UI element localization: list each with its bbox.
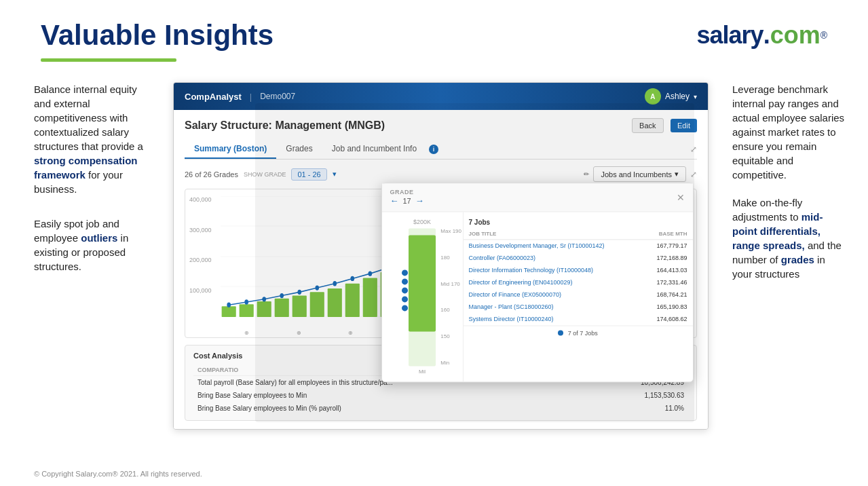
left-para1: Balance internal equity and external com… [34, 82, 156, 196]
popup-job-salary-4: 172,331.46 [642, 276, 692, 288]
app-bar-separator: | [250, 92, 252, 102]
chart-y-labels: 400,000 300,000 200,000 100,000 [185, 196, 221, 317]
app-demo-label: Demo007 [260, 92, 295, 101]
bar-label-180: 180 [440, 255, 461, 261]
popup-job-salary-5: 168,764.21 [642, 288, 692, 301]
popup-job-row-3: Director Information Technology (IT10000… [464, 264, 693, 276]
footer: © Copyright Salary.com® 2021. All rights… [34, 470, 202, 478]
popup-body: $200K [382, 212, 693, 381]
popup-job-row-7: Systems Director (IT10000240) 174,608.62 [464, 313, 693, 325]
popup-nav: ← 17 → [390, 195, 424, 206]
right-para2-bold1: mid-point differentials, range spreads, [732, 211, 823, 251]
popup-footer-text: 7 of 7 Jobs [568, 330, 598, 337]
popup-job-salary-3: 164,413.03 [642, 264, 692, 276]
popup-job-title-4[interactable]: Director of Engineering (EN04100029) [464, 276, 643, 288]
right-para1: Leverage benchmark internal pay ranges a… [732, 82, 848, 182]
popup-header: GRADE ← 17 → ✕ [382, 183, 693, 212]
left-para1-pre: Balance internal equity and external com… [34, 83, 143, 152]
y-label-300k: 300,000 [189, 227, 216, 233]
logo-com-text: com [770, 21, 820, 50]
grades-count: 26 of 26 Grades [185, 170, 238, 179]
app-bar-right: A Ashley ▾ [645, 88, 697, 105]
popup-next-arrow[interactable]: → [415, 195, 424, 206]
popup-dot-2 [402, 278, 408, 284]
bar-label-max: Max 190 [440, 228, 461, 234]
popup-dot-4 [402, 296, 408, 302]
popup-dot-3 [402, 287, 408, 293]
popup-footer-dot [558, 330, 563, 335]
logo-dot: . [763, 21, 770, 50]
popup-grade-label: GRADE [390, 189, 424, 195]
green-divider [41, 58, 176, 62]
popup-bar-right-labels: Max 190 180 Mid 170 160 150 Min [440, 228, 461, 366]
content-area: Salary Structure: Management (MNGB) Back… [174, 110, 708, 429]
right-para2-bold2: grades [781, 254, 814, 265]
popup-jobs-table: JOB TITLE BASE MTH Business Development … [464, 229, 693, 325]
cost-analysis-title-row: Cost Analysis [193, 352, 242, 360]
popup-grade-detail: GRADE ← 17 → ✕ $200K [381, 183, 694, 382]
popup-job-title-2[interactable]: Controller (FA06000023) [464, 252, 643, 264]
popup-bar: Max 190 180 Mid 170 160 150 Min [409, 228, 436, 366]
popup-job-salary-2: 172,168.89 [642, 252, 692, 264]
copyright-text: © Copyright Salary.com® 2021. All rights… [34, 470, 202, 478]
app-screenshot: CompAnalyst | Demo007 A Ashley ▾ Salary … [173, 82, 709, 430]
popup-bar-fill [409, 236, 436, 332]
popup-job-title-7[interactable]: Systems Director (IT10000240) [464, 313, 643, 325]
popup-job-row-6: Manager - Plant (SC18000260) 165,190.83 [464, 301, 693, 313]
header: Valuable Insights salary.com® [0, 0, 868, 52]
popup-job-row-4: Director of Engineering (EN04100029) 172… [464, 276, 693, 288]
popup-jobs-count-label: 7 Jobs [464, 216, 693, 229]
app-brand: CompAnalyst [185, 92, 242, 102]
logo-salary-text: salary [697, 21, 763, 50]
popup-dot-5 [402, 305, 408, 311]
popup-close-button[interactable]: ✕ [677, 192, 685, 203]
popup-job-row-1: Business Development Manager, Sr (IT1000… [464, 240, 693, 253]
logo: salary.com® [697, 21, 827, 50]
username-chevron: ▾ [694, 93, 697, 100]
popup-job-title-1[interactable]: Business Development Manager, Sr (IT1000… [464, 240, 643, 253]
popup-job-row-5: Director of Finance (EX05000070) 168,764… [464, 288, 693, 301]
bar-label-150: 150 [440, 334, 461, 340]
popup-job-title-5[interactable]: Director of Finance (EX05000070) [464, 288, 643, 301]
popup-chart-side: $200K [382, 212, 464, 381]
popup-table-header-title: JOB TITLE [464, 229, 643, 240]
bar-label-mid: Mid 170 [440, 281, 461, 287]
popup-dot-1 [402, 269, 408, 276]
popup-job-salary-1: 167,779.17 [642, 240, 692, 253]
x-label-01: ⊕ [244, 330, 249, 336]
user-avatar: A [645, 88, 661, 105]
popup-job-salary-6: 165,190.83 [642, 301, 692, 313]
popup-grade-info: GRADE ← 17 → [390, 189, 424, 206]
popup-prev-arrow[interactable]: ← [390, 195, 399, 206]
right-description: Leverage benchmark internal pay ranges a… [719, 82, 848, 295]
bar-label-min: Min [440, 360, 461, 366]
y-label-100k: 100,000 [189, 287, 216, 294]
app-bar-left: CompAnalyst | Demo007 [185, 92, 295, 102]
popup-bottom-label: Mil [419, 369, 426, 375]
popup-chart-top-label: $200K [413, 219, 431, 225]
popup-job-title-6[interactable]: Manager - Plant (SC18000260) [464, 301, 643, 313]
svg-rect-5 [222, 306, 236, 317]
username-label: Ashley [665, 92, 690, 101]
popup-job-salary-7: 174,608.62 [642, 313, 692, 325]
popup-grade-value: 17 [403, 197, 411, 205]
bar-label-160: 160 [440, 307, 461, 314]
popup-job-title-3[interactable]: Director Information Technology (IT10000… [464, 264, 643, 276]
popup-table-side: 7 Jobs JOB TITLE BASE MTH [464, 212, 693, 381]
popup-overlay: GRADE ← 17 → ✕ $200K [255, 103, 694, 422]
popup-dots [402, 269, 408, 311]
y-label-400k: 400,000 [189, 196, 216, 203]
popup-footer: 7 of 7 Jobs [464, 325, 693, 341]
page-title: Valuable Insights [41, 19, 273, 52]
left-para2: Easily spot job and employee outliers in… [34, 217, 156, 274]
popup-table-header-salary: BASE MTH [642, 229, 692, 240]
svg-rect-6 [240, 304, 254, 317]
popup-job-row-2: Controller (FA06000023) 172,168.89 [464, 252, 693, 264]
logo-reg: ® [820, 30, 827, 41]
left-para2-bold: outliers [81, 232, 117, 244]
main-content: Balance internal equity and external com… [0, 75, 868, 436]
left-description: Balance internal equity and external com… [34, 82, 163, 294]
cost-analysis-title: Cost Analysis [193, 352, 242, 360]
right-para2: Make on-the-fly adjustments to mid-point… [732, 195, 848, 281]
y-label-200k: 200,000 [189, 257, 216, 263]
